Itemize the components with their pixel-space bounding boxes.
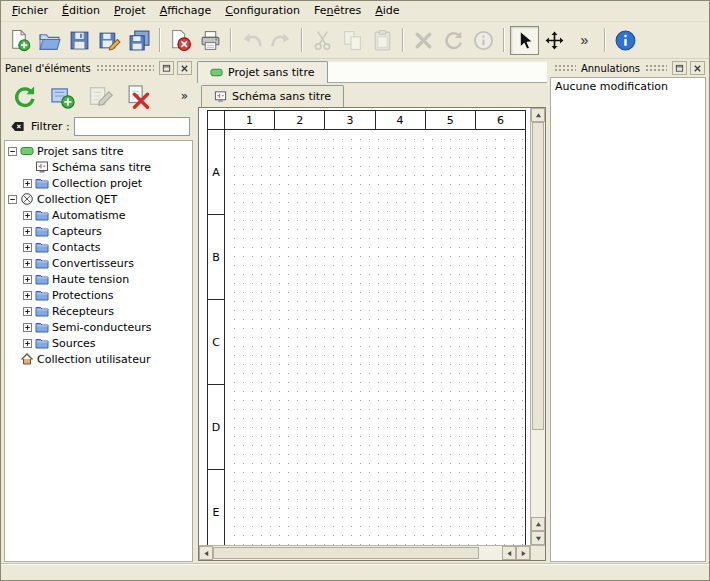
horizontal-scrollbar-thumb[interactable] xyxy=(213,547,479,559)
close-project-button[interactable] xyxy=(166,26,195,55)
save-all-button[interactable] xyxy=(125,26,154,55)
panel-toolbar-overflow[interactable]: » xyxy=(181,89,190,103)
expander-plus-icon[interactable] xyxy=(23,307,32,316)
tree-item-projet-sans-titre[interactable]: Projet sans titre xyxy=(5,143,192,159)
open-project-button[interactable] xyxy=(35,26,64,55)
expander-plus-icon[interactable] xyxy=(23,211,32,220)
tree-item-capteurs[interactable]: Capteurs xyxy=(5,223,192,239)
tree-item-recepteurs[interactable]: Récepteurs xyxy=(5,303,192,319)
clear-filter-icon[interactable] xyxy=(7,118,27,136)
menu-affichage[interactable]: Affichage xyxy=(153,1,219,21)
scroll-right-button[interactable] xyxy=(516,546,530,560)
expander-plus-icon[interactable] xyxy=(23,179,32,188)
save-as-icon xyxy=(98,29,121,52)
undo-panel-close-button[interactable] xyxy=(690,61,705,75)
tree-item-contacts[interactable]: Contacts xyxy=(5,239,192,255)
vertical-scrollbar[interactable] xyxy=(530,108,545,545)
expander-plus-icon[interactable] xyxy=(23,291,32,300)
tree-item-protections[interactable]: Protections xyxy=(5,287,192,303)
tab-projet-sans-titre[interactable]: Projet sans titre xyxy=(197,61,328,83)
toolbar-separator xyxy=(159,28,161,52)
tree-item-schema-sans-titre[interactable]: Schéma sans titre xyxy=(5,159,192,175)
expander-plus-icon[interactable] xyxy=(23,339,32,348)
dock-drag-grip[interactable] xyxy=(554,64,576,72)
tree-item-collection-projet[interactable]: Collection projet xyxy=(5,175,192,191)
print-button[interactable] xyxy=(196,26,225,55)
expander-plus-icon[interactable] xyxy=(23,275,32,284)
save-button[interactable] xyxy=(65,26,94,55)
project-window: Schéma sans titre 123456 ABCDE xyxy=(197,83,547,563)
scroll-down-button[interactable] xyxy=(531,531,545,545)
tabbar-empty-area xyxy=(328,62,548,83)
delete-element-icon xyxy=(125,83,151,109)
filter-input[interactable] xyxy=(74,117,190,136)
row-header-c: C xyxy=(208,300,225,385)
redo-button[interactable] xyxy=(267,26,296,55)
expander-plus-icon[interactable] xyxy=(23,243,32,252)
elements-panel-titlebar[interactable]: Panel d'éléments xyxy=(3,60,194,76)
menu-aide[interactable]: Aide xyxy=(368,1,406,21)
expander-plus-icon[interactable] xyxy=(23,259,32,268)
tab-schema-sans-titre[interactable]: Schéma sans titre xyxy=(201,85,344,107)
undo-history-list[interactable]: Aucune modification xyxy=(550,77,706,562)
menu-fichier[interactable]: Fichier xyxy=(5,1,55,21)
elements-panel-float-button[interactable] xyxy=(159,61,174,75)
dock-drag-grip[interactable] xyxy=(645,64,667,72)
edit-element-button[interactable] xyxy=(83,79,116,112)
menu-configuration[interactable]: Configuration xyxy=(218,1,307,21)
undo-button[interactable] xyxy=(237,26,266,55)
cut-button[interactable] xyxy=(308,26,337,55)
save-icon xyxy=(68,29,91,52)
delete-selection-button[interactable] xyxy=(409,26,438,55)
schema-tab-label: Schéma sans titre xyxy=(232,90,331,103)
tree-item-convertisseurs[interactable]: Convertisseurs xyxy=(5,255,192,271)
scroll-up-button[interactable] xyxy=(531,108,545,122)
save-as-button[interactable] xyxy=(95,26,124,55)
schema-icon xyxy=(35,160,49,174)
rotate-selection-button[interactable] xyxy=(439,26,468,55)
menu-edition[interactable]: Édition xyxy=(55,1,107,21)
about-button[interactable] xyxy=(611,26,640,55)
menubar: FichierÉditionProjetAffichageConfigurati… xyxy=(1,1,709,22)
tree-item-collection-qet[interactable]: Collection QET xyxy=(5,191,192,207)
expander-plus-icon[interactable] xyxy=(23,227,32,236)
reload-collections-button[interactable] xyxy=(7,79,40,112)
tree-item-automatisme[interactable]: Automatisme xyxy=(5,207,192,223)
row-header-a: A xyxy=(208,130,225,215)
dock-drag-grip[interactable] xyxy=(96,64,154,72)
vertical-scrollbar-track[interactable] xyxy=(531,122,545,517)
undo-panel-float-button[interactable] xyxy=(672,61,687,75)
tree-item-collection-utilisateur[interactable]: Collection utilisateur xyxy=(5,351,192,367)
scroll-left-button-right[interactable] xyxy=(502,546,516,560)
tree-item-sources[interactable]: Sources xyxy=(5,335,192,351)
menu-fenetres[interactable]: Fenêtres xyxy=(307,1,368,21)
delete-element-button[interactable] xyxy=(121,79,154,112)
new-project-button[interactable] xyxy=(5,26,34,55)
tree-item-semi-conducteurs[interactable]: Semi-conducteurs xyxy=(5,319,192,335)
visualisation-mode-button[interactable] xyxy=(540,26,569,55)
paste-button[interactable] xyxy=(368,26,397,55)
menu-projet[interactable]: Projet xyxy=(107,1,153,21)
tree-item-haute-tension[interactable]: Haute tension xyxy=(5,271,192,287)
schema-tabbar: Schéma sans titre xyxy=(198,84,546,107)
horizontal-scrollbar[interactable] xyxy=(199,545,530,560)
elements-panel-close-button[interactable] xyxy=(177,61,192,75)
new-element-button[interactable] xyxy=(45,79,78,112)
horizontal-scrollbar-track[interactable] xyxy=(213,546,502,560)
undo-empty-text: Aucune modification xyxy=(551,78,705,95)
selection-properties-button[interactable] xyxy=(469,26,498,55)
expander-minus-icon[interactable] xyxy=(8,147,17,156)
column-header-2: 2 xyxy=(275,111,325,130)
info-circle-blue-icon xyxy=(614,29,637,52)
undo-panel-titlebar[interactable]: Annulations xyxy=(550,60,707,76)
selection-mode-button[interactable] xyxy=(510,26,539,55)
expander-plus-icon[interactable] xyxy=(23,323,32,332)
modes-overflow-button[interactable]: » xyxy=(570,26,599,55)
diagram-viewport[interactable]: 123456 ABCDE xyxy=(199,108,530,545)
scroll-left-button[interactable] xyxy=(199,546,213,560)
vertical-scrollbar-thumb[interactable] xyxy=(532,122,544,430)
expander-minus-icon[interactable] xyxy=(8,195,17,204)
project-tab-label: Projet sans titre xyxy=(228,66,315,79)
copy-button[interactable] xyxy=(338,26,367,55)
scroll-up-button-bottom[interactable] xyxy=(531,517,545,531)
